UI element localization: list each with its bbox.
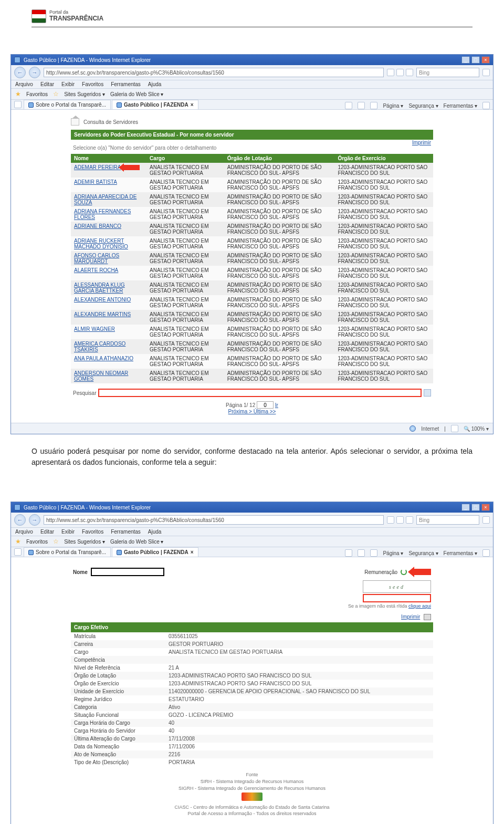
- favorites-add-icon[interactable]: ☆: [53, 538, 59, 545]
- tab-close-icon[interactable]: ×: [191, 549, 194, 555]
- servidor-link[interactable]: ADRIANA FERNANDES FLORES: [74, 208, 131, 220]
- toolbar-pagina[interactable]: Página ▾: [383, 550, 403, 556]
- menu-ajuda[interactable]: Ajuda: [148, 81, 162, 87]
- menu-arquivo[interactable]: Arquivo: [15, 529, 33, 535]
- search-go-icon[interactable]: [482, 516, 490, 524]
- servidor-link[interactable]: AFONSO CARLOS MARQUARDT: [74, 253, 119, 264]
- window-close-button[interactable]: ×: [481, 504, 490, 511]
- servidor-link[interactable]: ADRIANE BRANCO: [74, 223, 121, 229]
- servidor-link[interactable]: ALMIR WAGNER: [74, 326, 115, 332]
- pager-input[interactable]: [257, 401, 274, 409]
- favorites-label[interactable]: Favoritos: [26, 539, 48, 545]
- fav-link-sites[interactable]: Sites Sugeridos ▾: [64, 539, 105, 545]
- tab-gasto-publico[interactable]: Gasto Público | FAZENDA ×: [112, 100, 198, 109]
- servidor-link[interactable]: ADRIANA APARECIDA DE SOUZA: [74, 194, 136, 205]
- stop-icon[interactable]: [396, 516, 404, 524]
- servidor-link[interactable]: ALESSANDRA KLUG GARCIA BAETTKER: [74, 282, 125, 294]
- home-toolbar-icon[interactable]: [345, 549, 352, 557]
- quicktabs-icon[interactable]: [14, 548, 22, 556]
- menu-arquivo[interactable]: Arquivo: [15, 81, 33, 87]
- menu-editar[interactable]: Editar: [40, 81, 54, 87]
- window-maximize-button[interactable]: □: [471, 56, 480, 64]
- servidor-link[interactable]: ADEMAR PEREIRA: [74, 164, 121, 170]
- servidor-link[interactable]: ADEMIR BATISTA: [74, 179, 117, 185]
- home-icon[interactable]: [71, 118, 79, 126]
- toolbar-seguranca[interactable]: Segurança ▾: [408, 103, 438, 109]
- help-icon[interactable]: [482, 549, 490, 557]
- servidor-link[interactable]: ALEXANDRE ANTONIO: [74, 297, 131, 303]
- tab-gasto-publico[interactable]: Gasto Público | FAZENDA ×: [112, 547, 198, 557]
- servidor-link[interactable]: ALAERTE ROCHA: [74, 267, 118, 273]
- servidor-link[interactable]: ANA PAULA ATHANAZIO: [74, 356, 133, 361]
- menu-exibir[interactable]: Exibir: [61, 81, 75, 87]
- tab-portal[interactable]: Sobre o Portal da Transparê...: [24, 547, 111, 557]
- favorites-add-icon[interactable]: ☆: [53, 90, 59, 98]
- menu-favoritos[interactable]: Favoritos: [82, 81, 103, 87]
- toolbar-ferramentas[interactable]: Ferramentas ▾: [444, 103, 477, 109]
- menu-ferramentas[interactable]: Ferramentas: [111, 529, 141, 535]
- help-icon[interactable]: [482, 102, 490, 109]
- servidor-link[interactable]: AMERICA CARDOSO TSAKIRIS: [74, 341, 125, 352]
- nav-back-button[interactable]: ←: [14, 514, 26, 526]
- captcha-reload-link[interactable]: clique aqui: [408, 603, 431, 609]
- menu-editar[interactable]: Editar: [40, 529, 54, 535]
- status-zoom[interactable]: 🔍 100% ▾: [464, 426, 489, 432]
- fav-link-sites[interactable]: Sites Sugeridos ▾: [64, 91, 105, 97]
- print-link[interactable]: Imprimir: [401, 614, 420, 620]
- fav-link-slice[interactable]: Galeria do Web Slice ▾: [110, 539, 164, 545]
- url-input[interactable]: http://www.sef.sc.gov.br/transparencia/g…: [44, 515, 384, 525]
- search-provider-icon[interactable]: [406, 69, 413, 76]
- menu-ferramentas[interactable]: Ferramentas: [111, 81, 141, 87]
- quicktabs-icon[interactable]: [14, 101, 22, 108]
- url-input[interactable]: http://www.sef.sc.gov.br/transparencia/g…: [44, 68, 384, 77]
- refresh-icon[interactable]: [387, 516, 394, 524]
- menu-ajuda[interactable]: Ajuda: [148, 529, 162, 535]
- menu-exibir[interactable]: Exibir: [61, 529, 75, 535]
- home-toolbar-icon[interactable]: [345, 102, 352, 109]
- pager-ir[interactable]: Ir: [275, 402, 278, 408]
- search-provider-icon[interactable]: [406, 516, 413, 524]
- window-minimize-button[interactable]: _: [461, 504, 470, 511]
- servidor-link[interactable]: ADRIANE RUCKERT MACHADO DYONISIO: [74, 238, 128, 249]
- toolbar-seguranca[interactable]: Segurança ▾: [408, 550, 438, 556]
- stop-icon[interactable]: [396, 69, 404, 76]
- nav-back-button[interactable]: ←: [14, 67, 26, 78]
- mail-icon[interactable]: [370, 549, 377, 557]
- search-input-highlight[interactable]: [98, 389, 422, 397]
- search-input[interactable]: Bing: [416, 68, 479, 77]
- tab-portal[interactable]: Sobre o Portal da Transparê...: [24, 100, 111, 109]
- nav-forward-button[interactable]: →: [29, 67, 40, 78]
- servidor-link[interactable]: ALEXANDRE MARTINS: [74, 311, 131, 317]
- favorites-star-icon[interactable]: ★: [15, 90, 21, 98]
- col-cargo: Cargo: [146, 154, 224, 163]
- servidor-link[interactable]: ANDERSON NEOMAR GOMES: [74, 370, 128, 382]
- refresh-icon[interactable]: [387, 69, 394, 76]
- search-go-icon[interactable]: [424, 389, 431, 397]
- window-minimize-button[interactable]: _: [461, 56, 470, 64]
- info-value: 0355611025: [165, 632, 433, 640]
- tab-close-icon[interactable]: ×: [191, 102, 194, 108]
- mail-icon[interactable]: [370, 102, 377, 109]
- toolbar-ferramentas[interactable]: Ferramentas ▾: [444, 550, 477, 556]
- print-link[interactable]: Imprimir: [412, 140, 433, 145]
- cell-lotacao: ADMINISTRAÇÃO DO PORTO DE SÃO FRANCISCO …: [224, 207, 335, 222]
- window-maximize-button[interactable]: □: [471, 504, 480, 511]
- printer-icon[interactable]: [424, 614, 431, 620]
- search-input[interactable]: Bing: [416, 515, 479, 525]
- captcha-refresh-icon[interactable]: [401, 569, 407, 575]
- info-row: Tipo de Ato (Descrição)PORTARIA: [71, 758, 433, 766]
- feeds-icon[interactable]: [358, 549, 365, 557]
- feeds-icon[interactable]: [358, 102, 365, 109]
- favorites-label[interactable]: Favoritos: [26, 91, 48, 97]
- nav-forward-button[interactable]: →: [29, 514, 40, 526]
- captcha-image: seed: [363, 580, 431, 593]
- menu-favoritos[interactable]: Favoritos: [82, 529, 103, 535]
- pager-next-last[interactable]: Próxima > Última >>: [228, 409, 276, 414]
- fav-link-slice[interactable]: Galeria do Web Slice ▾: [110, 91, 164, 97]
- captcha-input-highlight[interactable]: [363, 594, 431, 602]
- toolbar-pagina[interactable]: Página ▾: [383, 103, 403, 109]
- favorites-star-icon[interactable]: ★: [15, 538, 21, 545]
- remuneracao-link[interactable]: Remuneração: [364, 569, 397, 575]
- window-close-button[interactable]: ×: [481, 56, 490, 64]
- search-go-icon[interactable]: [482, 69, 490, 76]
